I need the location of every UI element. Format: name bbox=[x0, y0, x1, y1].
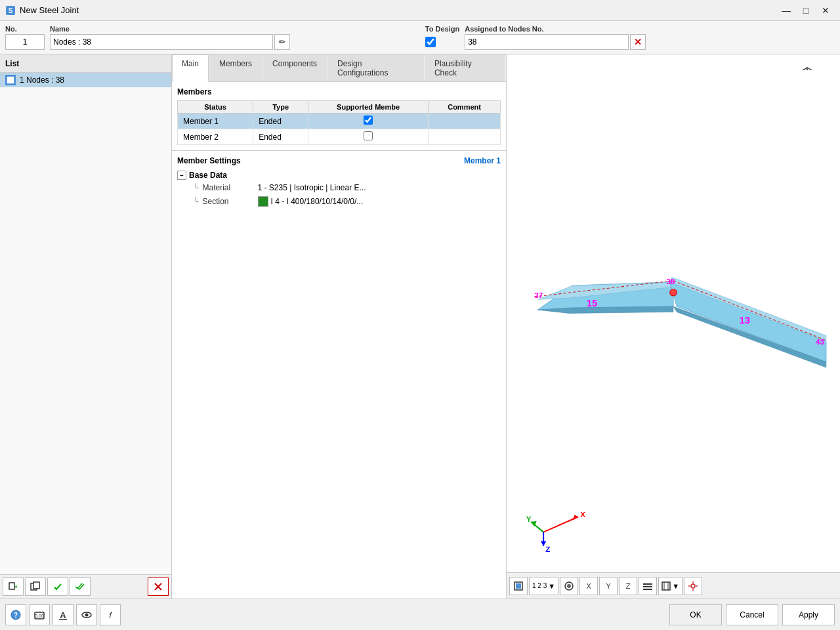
minimize-button[interactable]: — bbox=[777, 3, 795, 18]
middle-panel: Main Members Components Design Configura… bbox=[172, 54, 507, 598]
chevron-down-icon: ▼ bbox=[548, 582, 555, 590]
svg-rect-22 bbox=[507, 70, 840, 556]
vp-view-button[interactable]: ▼ bbox=[658, 577, 682, 595]
name-input[interactable] bbox=[50, 34, 273, 50]
tab-components[interactable]: Components bbox=[262, 54, 327, 81]
text-format-button[interactable]: A bbox=[52, 604, 74, 625]
vp-z-axis-button[interactable]: Z bbox=[619, 577, 637, 595]
svg-rect-7 bbox=[33, 582, 39, 589]
close-button[interactable]: ✕ bbox=[816, 3, 835, 18]
cell-supported[interactable] bbox=[308, 114, 429, 129]
window-title: New Steel Joint bbox=[20, 5, 777, 15]
sidebar: List 1 Nodes : 38 bbox=[0, 54, 172, 598]
z-axis-label: Z bbox=[626, 582, 631, 590]
no-label: No. bbox=[5, 25, 45, 33]
col-status: Status bbox=[178, 101, 253, 114]
y-axis-label: Y bbox=[606, 582, 610, 590]
new-item-button[interactable] bbox=[3, 578, 24, 596]
name-label: Name bbox=[50, 25, 420, 33]
header-section: No. Name ✏ To Design Assigned to Nodes N… bbox=[0, 21, 840, 54]
vp-x-axis-button[interactable]: X bbox=[579, 577, 598, 595]
duplicate-button[interactable] bbox=[25, 578, 46, 596]
bottom-bar: ? 0,00 A f OK Cancel Apply bbox=[0, 598, 840, 630]
assign-button[interactable]: ✕ bbox=[630, 34, 646, 50]
bottom-actions: OK Cancel Apply bbox=[669, 604, 835, 625]
maximize-button[interactable]: □ bbox=[797, 3, 815, 18]
content-area: List 1 Nodes : 38 bbox=[0, 54, 840, 598]
tab-design-config[interactable]: Design Configurations bbox=[327, 54, 424, 81]
section-color-swatch bbox=[258, 196, 268, 207]
tab-main[interactable]: Main bbox=[172, 54, 209, 82]
delete-button[interactable] bbox=[148, 578, 169, 596]
cell-supported[interactable] bbox=[308, 129, 429, 145]
section-value-wrap: I 4 - I 400/180/10/14/0/0/... bbox=[258, 196, 501, 207]
table-row[interactable]: Member 1 Ended bbox=[178, 114, 501, 129]
vp-reset-button[interactable] bbox=[509, 577, 528, 595]
svg-rect-51 bbox=[643, 586, 652, 587]
to-design-checkbox[interactable] bbox=[425, 37, 436, 47]
base-data-label: Base Data bbox=[189, 171, 227, 180]
numbering-label: 1 2 3 bbox=[532, 582, 547, 589]
members-title: Members bbox=[177, 87, 501, 96]
open-button[interactable]: ? bbox=[5, 604, 26, 625]
cell-status: Member 1 bbox=[178, 114, 253, 129]
tab-members[interactable]: Members bbox=[209, 54, 262, 81]
list-item[interactable]: 1 Nodes : 38 bbox=[0, 73, 171, 87]
ok-button[interactable]: OK bbox=[669, 604, 722, 625]
base-data-group: − Base Data bbox=[177, 169, 501, 181]
visibility-button[interactable] bbox=[76, 604, 97, 625]
mode-button[interactable]: 0,00 bbox=[29, 604, 50, 625]
vp-y-axis-button[interactable]: Y bbox=[599, 577, 618, 595]
material-row: └ Material 1 - S235 | Isotropic | Linear… bbox=[193, 181, 501, 194]
material-value: 1 - S235 | Isotropic | Linear E... bbox=[258, 183, 366, 192]
section-row: └ Section I 4 - I 400/180/10/14/0/0/... bbox=[193, 194, 501, 209]
check-all-button[interactable] bbox=[70, 578, 91, 596]
viewport[interactable]: Top Left Right Front bbox=[507, 54, 840, 598]
window-controls: — □ ✕ bbox=[777, 3, 835, 18]
vp-more1-button[interactable] bbox=[639, 577, 657, 595]
material-value-wrap: 1 - S235 | Isotropic | Linear E... bbox=[258, 183, 501, 192]
supported-checkbox[interactable] bbox=[364, 131, 373, 140]
check-button[interactable] bbox=[47, 578, 68, 596]
assigned-input[interactable] bbox=[465, 34, 629, 50]
name-edit-button[interactable]: ✏ bbox=[274, 34, 290, 50]
title-bar: S New Steel Joint — □ ✕ bbox=[0, 0, 840, 21]
tab-plausibility[interactable]: Plausibility Check bbox=[425, 54, 505, 81]
no-input[interactable] bbox=[5, 34, 45, 50]
svg-text:Y: Y bbox=[526, 514, 532, 523]
svg-text:43: 43 bbox=[816, 337, 824, 346]
no-field: No. bbox=[5, 25, 45, 50]
members-section: Members Status Type Supported Membe Comm… bbox=[172, 82, 506, 150]
cell-comment bbox=[429, 114, 501, 129]
sidebar-header: List bbox=[0, 54, 171, 73]
svg-rect-47 bbox=[516, 583, 521, 589]
collapse-button[interactable]: − bbox=[177, 171, 186, 180]
svg-text:A: A bbox=[60, 610, 66, 620]
vp-render-button[interactable] bbox=[560, 577, 578, 595]
cell-type: Ended bbox=[253, 129, 308, 145]
vp-settings-button[interactable] bbox=[684, 577, 702, 595]
cancel-button[interactable]: Cancel bbox=[726, 604, 778, 625]
svg-text:S: S bbox=[9, 7, 13, 14]
viewport-toolbar: 1 2 3 ▼ X Y Z bbox=[507, 572, 840, 598]
material-label: Material bbox=[203, 183, 255, 192]
sidebar-toolbar bbox=[0, 574, 171, 598]
svg-rect-50 bbox=[643, 583, 652, 585]
cell-type: Ended bbox=[253, 114, 308, 129]
vp-numbering-button[interactable]: 1 2 3 ▼ bbox=[529, 577, 558, 595]
svg-text:37: 37 bbox=[534, 291, 543, 299]
section-value: I 4 - I 400/180/10/14/0/0/... bbox=[271, 197, 364, 206]
cell-status: Member 2 bbox=[178, 129, 253, 145]
x-axis-label: X bbox=[586, 582, 591, 590]
function-button[interactable]: f bbox=[100, 604, 121, 625]
apply-button[interactable]: Apply bbox=[782, 604, 835, 625]
col-comment: Comment bbox=[429, 101, 501, 114]
table-row[interactable]: Member 2 Ended bbox=[178, 129, 501, 145]
app-icon: S bbox=[5, 5, 16, 16]
svg-point-49 bbox=[567, 584, 571, 588]
svg-rect-2 bbox=[7, 77, 14, 83]
supported-checkbox[interactable] bbox=[364, 116, 373, 125]
members-table: Status Type Supported Membe Comment Memb… bbox=[177, 100, 501, 145]
svg-text:0,00: 0,00 bbox=[35, 614, 44, 618]
svg-text:15: 15 bbox=[587, 298, 597, 308]
